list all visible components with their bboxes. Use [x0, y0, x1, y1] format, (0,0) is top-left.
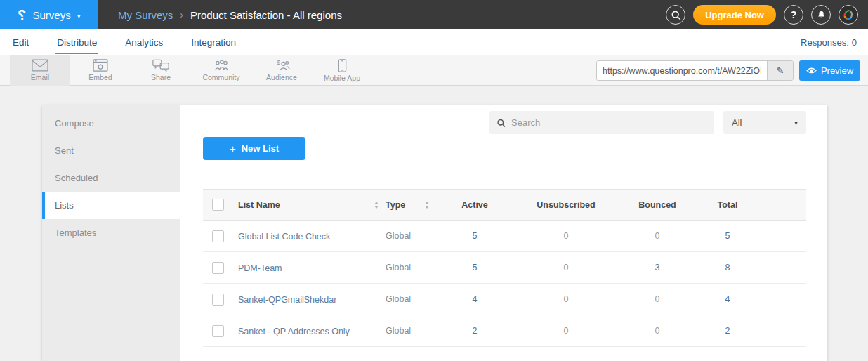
- table-row: Sanket-QPGmailShekdar Global 4 0 0 4: [203, 284, 806, 315]
- toolbar-item-email[interactable]: Email: [10, 55, 70, 86]
- toolbar-item-audience[interactable]: $ Audience: [251, 55, 312, 86]
- sidebar-item-sent[interactable]: Sent: [42, 137, 180, 164]
- list-name-link[interactable]: Sanket-QPGmailShekdar: [238, 295, 336, 305]
- total-count[interactable]: 2: [696, 315, 759, 347]
- unsubscribed-count[interactable]: 0: [513, 284, 619, 315]
- audience-icon: $: [273, 59, 290, 72]
- mobile-app-icon: [338, 59, 347, 72]
- row-checkbox[interactable]: [212, 230, 224, 242]
- sort-list-name[interactable]: [374, 202, 379, 209]
- question-mark-icon: ?: [791, 9, 797, 20]
- sidebar-item-compose[interactable]: Compose: [42, 110, 180, 137]
- breadcrumb-separator: ›: [180, 9, 183, 20]
- col-type: Type: [386, 200, 405, 210]
- total-count[interactable]: 5: [696, 221, 759, 252]
- preview-button[interactable]: Preview: [799, 60, 860, 81]
- list-name-link[interactable]: Sanket - QP Addresses Only: [238, 327, 350, 336]
- account-menu-button[interactable]: [839, 5, 858, 25]
- toolbar-item-community[interactable]: Community: [191, 55, 251, 86]
- active-count[interactable]: 4: [436, 284, 513, 315]
- survey-url-input[interactable]: [597, 61, 767, 80]
- row-checkbox[interactable]: [212, 325, 224, 337]
- bell-icon: [816, 10, 827, 20]
- active-count[interactable]: 2: [436, 315, 513, 347]
- responses-counter[interactable]: Responses: 0: [801, 37, 857, 48]
- share-icon: [152, 59, 169, 72]
- col-bounced: Bounced: [619, 190, 696, 221]
- row-checkbox[interactable]: [212, 294, 224, 306]
- bounced-count[interactable]: 0: [619, 221, 696, 252]
- list-name-link[interactable]: PDM-Team: [238, 263, 282, 273]
- total-count[interactable]: 8: [696, 252, 759, 284]
- list-name-link[interactable]: Global List Code Check: [238, 232, 330, 242]
- edit-url-button[interactable]: ✎: [767, 61, 793, 80]
- email-icon: [32, 59, 48, 72]
- community-icon: [213, 59, 230, 72]
- questionpro-logo-icon: ?: [18, 8, 26, 22]
- bounced-count[interactable]: 3: [619, 252, 696, 284]
- toolbar-item-share[interactable]: Share: [131, 55, 191, 86]
- sidebar-item-templates[interactable]: Templates: [42, 219, 180, 247]
- new-list-button[interactable]: + New List: [203, 137, 305, 160]
- survey-url-group: ✎: [596, 60, 794, 81]
- col-unsubscribed: Unsubscribed: [513, 190, 619, 221]
- select-all-checkbox[interactable]: [212, 199, 224, 211]
- sidebar-item-scheduled[interactable]: Scheduled: [42, 164, 180, 192]
- col-total: Total: [696, 190, 759, 221]
- product-switcher[interactable]: ? Surveys ▾: [0, 0, 98, 29]
- toolbar-item-mobile-app[interactable]: Mobile App: [312, 55, 372, 86]
- unsubscribed-count[interactable]: 0: [513, 252, 619, 284]
- upgrade-now-button[interactable]: Upgrade Now: [693, 5, 776, 25]
- search-button[interactable]: [666, 5, 685, 25]
- breadcrumb-my-surveys-link[interactable]: My Surveys: [118, 9, 173, 21]
- total-count[interactable]: 4: [696, 284, 759, 315]
- responses-label: Responses:: [801, 37, 849, 48]
- search-filter-row: All ▾: [203, 111, 806, 134]
- notifications-button[interactable]: [811, 5, 831, 25]
- svg-text:$: $: [277, 59, 280, 66]
- row-checkbox[interactable]: [212, 262, 224, 274]
- sort-type[interactable]: [425, 202, 429, 209]
- search-icon: [497, 118, 506, 128]
- avatar: [841, 8, 855, 22]
- bounced-count[interactable]: 0: [619, 284, 696, 315]
- toolbar-item-embed[interactable]: Embed: [70, 55, 131, 86]
- help-button[interactable]: ?: [784, 5, 803, 25]
- nav-tabs: Edit Distribute Analytics Integration: [11, 31, 801, 54]
- product-name: Surveys: [33, 9, 71, 21]
- sidebar-item-lists[interactable]: Lists: [42, 192, 180, 219]
- email-lists-card: Compose Sent Scheduled Lists Templates A…: [42, 105, 827, 361]
- survey-title: Product Satisfaction - All regions: [190, 9, 342, 21]
- tab-edit[interactable]: Edit: [11, 31, 30, 54]
- responses-count: 0: [852, 37, 857, 48]
- tab-analytics[interactable]: Analytics: [124, 31, 164, 54]
- lists-table: List Name Type Active Unsubscribed Bounc…: [203, 189, 806, 347]
- filter-value: All: [732, 117, 742, 128]
- table-row: Global List Code Check Global 5 0 0 5: [203, 221, 806, 252]
- eye-icon: [806, 67, 817, 74]
- bounced-count[interactable]: 0: [619, 315, 696, 347]
- table-row: PDM-Team Global 5 0 3 8: [203, 252, 806, 284]
- chevron-down-icon: ▾: [77, 12, 81, 20]
- unsubscribed-count[interactable]: 0: [513, 221, 619, 252]
- search-box: [489, 111, 714, 134]
- active-count[interactable]: 5: [436, 252, 513, 284]
- top-header-bar: ? Surveys ▾ My Surveys › Product Satisfa…: [0, 0, 868, 29]
- list-filter-dropdown[interactable]: All ▾: [723, 111, 806, 134]
- tab-distribute[interactable]: Distribute: [55, 31, 98, 54]
- table-row: Sanket - QP Addresses Only Global 2 0 0 …: [203, 315, 806, 347]
- header-actions: Upgrade Now ?: [666, 5, 858, 25]
- tab-integration[interactable]: Integration: [190, 31, 237, 54]
- search-icon: [671, 10, 681, 20]
- unsubscribed-count[interactable]: 0: [513, 315, 619, 347]
- breadcrumb: My Surveys › Product Satisfaction - All …: [118, 9, 666, 21]
- pencil-icon: ✎: [777, 65, 784, 76]
- active-count[interactable]: 5: [436, 221, 513, 252]
- distribute-toolbar: Email Embed Share Community $ Audience M…: [0, 55, 868, 86]
- embed-icon: [93, 59, 108, 72]
- table-header-row: List Name Type Active Unsubscribed Bounc…: [203, 190, 806, 221]
- col-active: Active: [436, 190, 513, 221]
- survey-nav-bar: Edit Distribute Analytics Integration Re…: [0, 29, 868, 55]
- search-input[interactable]: [511, 117, 707, 128]
- page-background: Compose Sent Scheduled Lists Templates A…: [0, 105, 868, 361]
